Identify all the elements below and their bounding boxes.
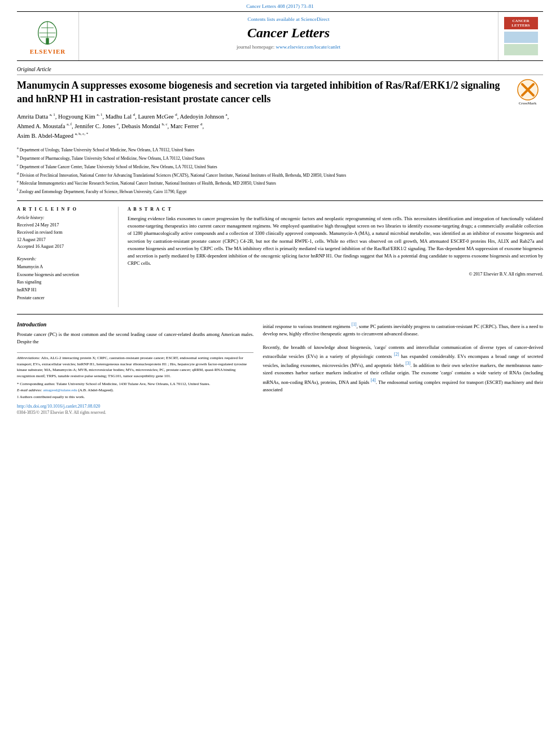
journal-name: Cancer Letters	[85, 25, 492, 41]
received-date: Received 24 May 2017	[17, 222, 112, 229]
keyword-2: Exosome biogenesis and secretion	[17, 271, 112, 279]
body-left-col: Introduction Prostate cancer (PC) is the…	[17, 321, 253, 400]
keywords-block: Keywords: Manumycin A Exosome biogenesis…	[17, 256, 112, 302]
elsevier-name: ELSEVIER	[30, 48, 66, 55]
info-abstract-section: A R T I C L E I N F O Article history: R…	[17, 200, 543, 307]
article-type: Original Article	[17, 67, 543, 75]
history-label: Article history:	[17, 215, 112, 220]
homepage-url: journal homepage: www.elsevier.com/locat…	[85, 44, 492, 50]
corresponding-author: * Corresponding author. Tulane Universit…	[17, 381, 253, 393]
ref-3: [3]	[405, 361, 410, 366]
body-right-col: initial response to various treatment re…	[262, 321, 543, 400]
abbrev-label: Abbreviations:	[17, 356, 40, 360]
accepted-date: Accepted 16 August 2017	[17, 243, 112, 251]
journal-header: ELSEVIER Contents lists available at Sci…	[17, 11, 543, 61]
history-block: Article history: Received 24 May 2017 Re…	[17, 215, 112, 251]
ref-1: [1]	[352, 322, 357, 327]
article-info-heading: A R T I C L E I N F O	[17, 207, 112, 212]
homepage-label: journal homepage:	[237, 44, 274, 50]
section-divider	[17, 314, 543, 314]
abstract-panel: A B S T R A C T Emerging evidence links …	[128, 207, 543, 307]
introduction-heading: Introduction	[17, 321, 253, 327]
affil-b: b Department of Pharmacology, Tulane Uni…	[17, 154, 543, 161]
ref-4: [4]	[371, 378, 376, 383]
keywords-label: Keywords:	[17, 256, 112, 261]
publisher-logo: ELSEVIER	[17, 12, 79, 60]
keyword-4: hnRNP H1	[17, 286, 112, 294]
elsevier-branding: ELSEVIER	[30, 18, 66, 55]
intro-right-text-1: initial response to various treatment re…	[262, 321, 543, 338]
homepage-link[interactable]: www.elsevier.com/locate/canlet	[276, 44, 340, 50]
body-content: Introduction Prostate cancer (PC) is the…	[17, 321, 543, 400]
affil-c: c Department of Tulane Cancer Center, Tu…	[17, 162, 543, 170]
doi-link[interactable]: http://dx.doi.org/10.1016/j.canlet.2017.…	[17, 404, 543, 409]
keyword-1: Manumycin A	[17, 263, 112, 271]
abstract-body: Emerging evidence links exosomes to canc…	[128, 215, 543, 267]
crossmark-badge: CrossMark	[512, 78, 543, 106]
issn-text: 0304-3835/© 2017 Elsevier B.V. All right…	[17, 410, 543, 415]
footnotes: Abbreviations: Alix, ALG-2 interacting p…	[17, 352, 253, 400]
journal-badge: CANCERLETTERS	[498, 12, 543, 60]
journal-citation: Cancer Letters 408 (2017) 73–81	[0, 0, 560, 11]
affil-e: e Molecular Immunogenetics and Vaccine R…	[17, 178, 543, 186]
intro-right-text-2: Recently, the breadth of knowledge about…	[262, 344, 543, 394]
keyword-3: Ras signaling	[17, 278, 112, 286]
abbreviations-text: Abbreviations: Alix, ALG-2 interacting p…	[17, 355, 253, 379]
affil-d: d Division of Preclinical Innovation, Na…	[17, 171, 543, 178]
doi-section: http://dx.doi.org/10.1016/j.canlet.2017.…	[17, 400, 543, 415]
citation-text: Cancer Letters 408 (2017) 73–81	[246, 3, 313, 9]
equal-contrib-note: 1 Authors contributed equally to this wo…	[17, 394, 253, 400]
jones-name: Jones	[102, 123, 115, 129]
sciencedirect-label: Contents lists available at ScienceDirec…	[85, 16, 492, 22]
revised-date: Received in revised form12 August 2017	[17, 229, 112, 244]
badge-image-2	[504, 44, 538, 55]
intro-left-text: Prostate cancer (PC) is the most common …	[17, 331, 253, 346]
affiliations-list: a Department of Urology, Tulane Universi…	[17, 145, 543, 195]
badge-images	[504, 32, 538, 55]
keywords-list: Manumycin A Exosome biogenesis and secre…	[17, 263, 112, 302]
copyright-notice: © 2017 Elsevier B.V. All rights reserved…	[128, 272, 543, 277]
affil-f: f Zoology and Entomology Department, Fac…	[17, 187, 543, 195]
abstract-heading: A B S T R A C T	[128, 207, 543, 212]
article-info-panel: A R T I C L E I N F O Article history: R…	[17, 207, 119, 307]
elsevier-tree-icon	[30, 18, 64, 46]
sciencedirect-text: Contents lists available at ScienceDirec…	[248, 16, 330, 22]
badge-image-1	[504, 32, 538, 43]
main-content: Original Article Manumycin A suppresses …	[17, 61, 543, 307]
title-text: Manumycin A suppresses exosome biogenesi…	[17, 80, 500, 104]
keyword-5: Prostate cancer	[17, 294, 112, 302]
crossmark-text: CrossMark	[519, 101, 537, 106]
journal-title-area: Contents lists available at ScienceDirec…	[79, 12, 498, 60]
affil-a: a Department of Urology, Tulane Universi…	[17, 145, 543, 153]
article-title: Manumycin A suppresses exosome biogenesi…	[17, 78, 543, 106]
email-label: E-mail address:	[17, 388, 42, 392]
authors-line: Amrita Datta a, 1, Hogyoung Kim a, 1, Ma…	[17, 112, 543, 141]
email-link[interactable]: amageed@tulane.edu	[43, 388, 77, 392]
badge-label: CANCERLETTERS	[504, 17, 538, 30]
crossmark-icon	[517, 78, 539, 101]
ref-2: [2]	[394, 352, 399, 357]
